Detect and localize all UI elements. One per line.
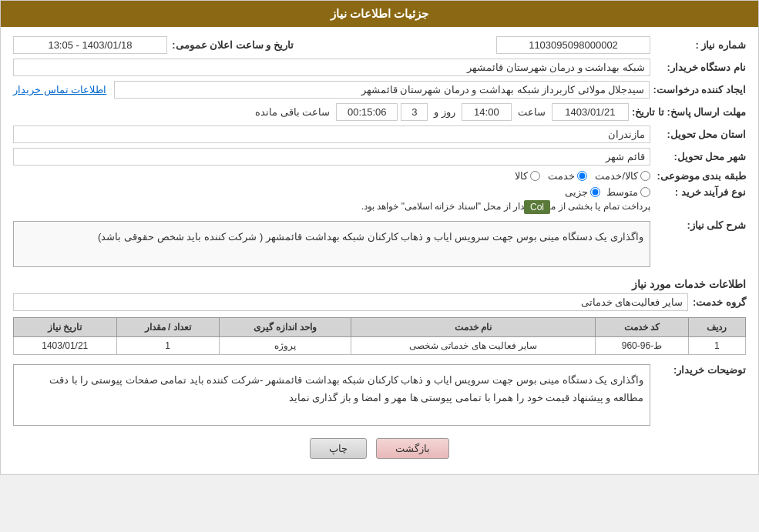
- category-khadamat-radio[interactable]: [577, 171, 587, 181]
- services-table-section: ردیف کد خدمت نام خدمت واحد اندازه گیری ت…: [13, 317, 746, 355]
- send-day-value: 3: [401, 103, 428, 121]
- cell-qty: 1: [116, 337, 219, 355]
- category-kala-khadamat-item: کالا/خدمت: [595, 170, 650, 182]
- creator-contact-link[interactable]: اطلاعات تماس خریدار: [13, 84, 106, 95]
- cell-date: 1403/01/21: [14, 337, 117, 355]
- send-time-label: ساعت: [518, 106, 546, 118]
- back-button[interactable]: بازگشت: [376, 438, 449, 459]
- col-qty: تعداد / مقدار: [116, 318, 219, 337]
- need-number-label: شماره نیاز :: [653, 39, 746, 51]
- province-value: مازندران: [13, 125, 650, 143]
- city-label: شهر محل تحویل:: [653, 151, 746, 162]
- service-group-value: سایر فعالیت‌های خدماتی: [13, 293, 688, 311]
- buyer-notes-label: توضیحات خریدار:: [653, 361, 746, 376]
- cell-name: سایر فعالیت های خدماتی شخصی: [351, 337, 596, 355]
- category-kala-label: کالا: [515, 170, 528, 182]
- services-info-title: اطلاعات خدمات مورد نیاز: [13, 278, 746, 290]
- table-row: 1ط-96-960سایر فعالیت های خدماتی شخصیپروژ…: [14, 337, 746, 355]
- process-note: پرداخت تمام یا بخشی از مبلغ خریدار از مح…: [13, 201, 650, 212]
- buyer-org-value: شبکه بهداشت و درمان شهرستان قائمشهر: [13, 59, 650, 76]
- process-label: نوع فرآیند خرید :: [653, 186, 746, 198]
- category-label: طبقه بندی موضوعی:: [653, 170, 746, 182]
- creator-value: سیدجلال مولائی کاربرداز شبکه بهداشت و در…: [114, 81, 650, 99]
- col-code: کد خدمت: [596, 318, 688, 337]
- col-badge-container: Col: [524, 201, 550, 212]
- province-label: استان محل تحویل:: [653, 129, 746, 140]
- category-kala-khadamat-label: کالا/خدمت: [595, 170, 638, 182]
- announce-value: 1403/01/18 - 13:05: [13, 36, 167, 54]
- send-remaining-value: 00:15:06: [336, 103, 398, 121]
- announce-label: تاریخ و ساعت اعلان عمومی:: [170, 39, 294, 51]
- process-motavaset-item: متوسط: [606, 186, 650, 198]
- process-jozi-label: جزیی: [565, 186, 588, 198]
- send-time-value: 14:00: [462, 103, 512, 121]
- cell-row: 1: [688, 337, 745, 355]
- col-row: ردیف: [688, 318, 745, 337]
- service-group-label: گروه خدمت:: [693, 296, 746, 308]
- description-value: واگذاری یک دستگاه مینی بوس جهت سرویس ایا…: [13, 221, 650, 267]
- category-kala-item: کالا: [515, 170, 540, 182]
- city-value: قائم شهر: [13, 148, 650, 166]
- process-motavaset-radio[interactable]: [640, 187, 650, 197]
- process-options: متوسط جزیی پرداخت تمام یا بخشی از مبلغ خ…: [13, 186, 650, 212]
- send-date-value: 1403/01/21: [552, 103, 629, 121]
- description-label: شرح کلی نیاز:: [653, 216, 746, 231]
- services-table: ردیف کد خدمت نام خدمت واحد اندازه گیری ت…: [13, 317, 746, 355]
- send-date-label: مهلت ارسال پاسخ: تا تاریخ:: [632, 106, 746, 118]
- print-button[interactable]: چاپ: [310, 438, 367, 459]
- action-buttons: بازگشت چاپ: [13, 438, 746, 459]
- category-kala-khadamat-radio[interactable]: [640, 171, 650, 181]
- buyer-org-label: نام دستگاه خریدار:: [653, 62, 746, 73]
- send-remaining-label: ساعت باقی مانده: [255, 106, 330, 118]
- category-khadamat-label: خدمت: [548, 170, 575, 182]
- cell-unit: پروژه: [219, 337, 351, 355]
- page-title: جزئیات اطلاعات نیاز: [331, 7, 428, 20]
- col-unit: واحد اندازه گیری: [219, 318, 351, 337]
- col-badge: Col: [524, 200, 550, 214]
- process-jozi-item: جزیی: [565, 186, 600, 198]
- creator-label: ایجاد کننده درخواست:: [653, 84, 746, 95]
- process-radio-row: متوسط جزیی: [13, 186, 650, 198]
- cell-code: ط-96-960: [596, 337, 688, 355]
- col-date: تاریخ نیاز: [14, 318, 117, 337]
- category-kala-radio[interactable]: [530, 171, 540, 181]
- process-jozi-radio[interactable]: [590, 187, 600, 197]
- process-motavaset-label: متوسط: [606, 186, 638, 198]
- need-number-value: 1103095098000002: [496, 36, 650, 54]
- category-khadamat-item: خدمت: [548, 170, 587, 182]
- category-radio-group: کالا/خدمت خدمت کالا: [13, 170, 650, 182]
- col-name: نام خدمت: [351, 318, 596, 337]
- page-header: جزئیات اطلاعات نیاز: [1, 1, 758, 27]
- send-day-label: روز و: [434, 106, 455, 118]
- buyer-notes-value: واگذاری یک دستگاه مینی بوس جهت سرویس ایا…: [13, 364, 650, 426]
